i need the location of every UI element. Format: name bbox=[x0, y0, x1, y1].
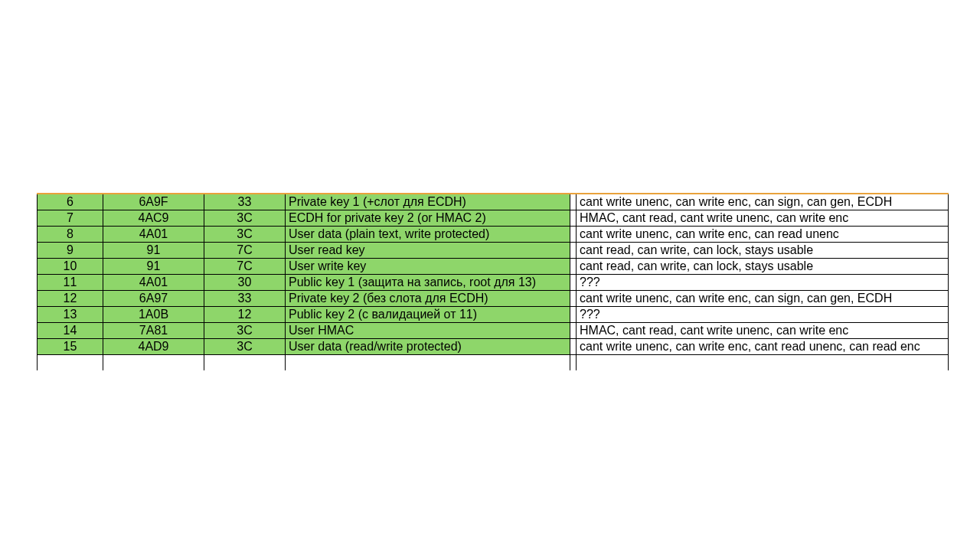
cell-index[interactable]: 11 bbox=[38, 275, 103, 291]
slot-config-table: 66A9F33Private key 1 (+слот для ECDH)can… bbox=[37, 193, 949, 370]
cell-description[interactable]: User data (read/write protected) bbox=[286, 339, 570, 355]
cell-description[interactable]: Private key 2 (без слота для ECDH) bbox=[286, 291, 570, 307]
cell-code[interactable]: 7C bbox=[204, 243, 286, 259]
cell-hex[interactable]: 4A01 bbox=[103, 227, 204, 243]
cell-notes[interactable]: cant write unenc, can write enc, can rea… bbox=[577, 227, 949, 243]
table-row: 126A9733Private key 2 (без слота для ECD… bbox=[38, 291, 949, 307]
cell-index[interactable]: 13 bbox=[38, 307, 103, 323]
spreadsheet-fragment: 66A9F33Private key 1 (+слот для ECDH)can… bbox=[37, 193, 948, 370]
cell-notes[interactable]: cant write unenc, can write enc, cant re… bbox=[577, 339, 949, 355]
cell-hex[interactable]: 6A97 bbox=[103, 291, 204, 307]
cell-hex[interactable]: 91 bbox=[103, 259, 204, 275]
column-gap bbox=[570, 243, 577, 259]
table-row: 66A9F33Private key 1 (+слот для ECDH)can… bbox=[38, 194, 949, 210]
cell-code[interactable]: 12 bbox=[204, 307, 286, 323]
empty-cell bbox=[38, 355, 103, 371]
cell-notes[interactable]: cant read, can write, can lock, stays us… bbox=[577, 243, 949, 259]
cell-description[interactable]: User read key bbox=[286, 243, 570, 259]
column-gap bbox=[570, 275, 577, 291]
empty-cell bbox=[286, 355, 570, 371]
empty-cell bbox=[103, 355, 204, 371]
cell-hex[interactable]: 1A0B bbox=[103, 307, 204, 323]
cell-notes[interactable]: ??? bbox=[577, 307, 949, 323]
column-gap bbox=[570, 259, 577, 275]
cell-notes[interactable]: cant read, can write, can lock, stays us… bbox=[577, 259, 949, 275]
cell-code[interactable]: 3C bbox=[204, 210, 286, 227]
cell-index[interactable]: 15 bbox=[38, 339, 103, 355]
cell-notes[interactable]: cant write unenc, can write enc, can sig… bbox=[577, 291, 949, 307]
cell-description[interactable]: User data (plain text, write protected) bbox=[286, 227, 570, 243]
cell-index[interactable]: 7 bbox=[38, 210, 103, 227]
empty-cell bbox=[570, 355, 577, 371]
cell-hex[interactable]: 4A01 bbox=[103, 275, 204, 291]
cell-description[interactable]: User write key bbox=[286, 259, 570, 275]
cell-notes[interactable]: HMAC, cant read, cant write unenc, can w… bbox=[577, 323, 949, 339]
cell-code[interactable]: 30 bbox=[204, 275, 286, 291]
cell-description[interactable]: Public key 2 (с валидацией от 11) bbox=[286, 307, 570, 323]
cell-code[interactable]: 33 bbox=[204, 194, 286, 210]
cell-hex[interactable]: 4AC9 bbox=[103, 210, 204, 227]
cell-index[interactable]: 9 bbox=[38, 243, 103, 259]
table-row: 9917CUser read keycant read, can write, … bbox=[38, 243, 949, 259]
cell-notes[interactable]: ??? bbox=[577, 275, 949, 291]
cell-hex[interactable]: 7A81 bbox=[103, 323, 204, 339]
column-gap bbox=[570, 307, 577, 323]
cell-notes[interactable]: cant write unenc, can write enc, can sig… bbox=[577, 194, 949, 210]
table-row: 84A013CUser data (plain text, write prot… bbox=[38, 227, 949, 243]
cell-code[interactable]: 33 bbox=[204, 291, 286, 307]
empty-cell bbox=[577, 355, 949, 371]
cell-code[interactable]: 7C bbox=[204, 259, 286, 275]
cell-notes[interactable]: HMAC, cant read, cant write unenc, can w… bbox=[577, 210, 949, 227]
cell-description[interactable]: Public key 1 (защита на запись, root для… bbox=[286, 275, 570, 291]
cell-index[interactable]: 12 bbox=[38, 291, 103, 307]
column-gap bbox=[570, 291, 577, 307]
table-row: 74AC93CECDH for private key 2 (or HMAC 2… bbox=[38, 210, 949, 227]
cell-index[interactable]: 6 bbox=[38, 194, 103, 210]
cell-hex[interactable]: 6A9F bbox=[103, 194, 204, 210]
table-row: 10917CUser write keycant read, can write… bbox=[38, 259, 949, 275]
cell-code[interactable]: 3C bbox=[204, 339, 286, 355]
cell-code[interactable]: 3C bbox=[204, 227, 286, 243]
table-row: 147A813CUser HMACHMAC, cant read, cant w… bbox=[38, 323, 949, 339]
table-row: 114A0130Public key 1 (защита на запись, … bbox=[38, 275, 949, 291]
cell-index[interactable]: 8 bbox=[38, 227, 103, 243]
table-row: 131A0B12Public key 2 (с валидацией от 11… bbox=[38, 307, 949, 323]
cell-code[interactable]: 3C bbox=[204, 323, 286, 339]
empty-cell bbox=[204, 355, 286, 371]
column-gap bbox=[570, 339, 577, 355]
table-row-empty bbox=[38, 355, 949, 371]
cell-index[interactable]: 14 bbox=[38, 323, 103, 339]
cell-description[interactable]: Private key 1 (+слот для ECDH) bbox=[286, 194, 570, 210]
column-gap bbox=[570, 210, 577, 227]
column-gap bbox=[570, 323, 577, 339]
cell-description[interactable]: ECDH for private key 2 (or HMAC 2) bbox=[286, 210, 570, 227]
cell-hex[interactable]: 91 bbox=[103, 243, 204, 259]
table-row: 154AD93CUser data (read/write protected)… bbox=[38, 339, 949, 355]
column-gap bbox=[570, 227, 577, 243]
cell-description[interactable]: User HMAC bbox=[286, 323, 570, 339]
cell-hex[interactable]: 4AD9 bbox=[103, 339, 204, 355]
column-gap bbox=[570, 194, 577, 210]
cell-index[interactable]: 10 bbox=[38, 259, 103, 275]
